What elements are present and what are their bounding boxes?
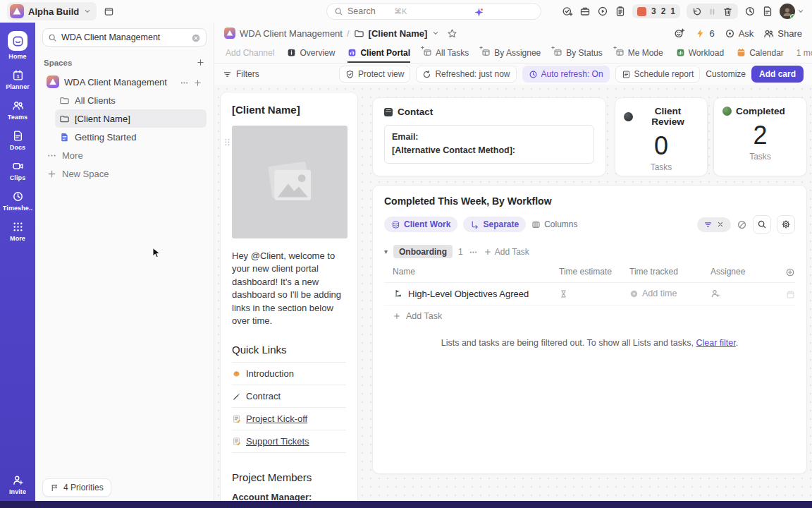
rail-item-clips[interactable]: Clips — [1, 157, 34, 184]
add-card-button[interactable]: Add card — [751, 66, 804, 83]
chevron-down-icon[interactable] — [431, 29, 440, 37]
column-name[interactable]: Name — [384, 267, 559, 277]
group-options-icon[interactable] — [469, 246, 478, 257]
due-date-cell[interactable] — [774, 289, 795, 299]
favorite-star-icon[interactable] — [447, 28, 457, 39]
rail-item-invite[interactable]: Invite — [1, 471, 34, 498]
filters-button[interactable]: Filters — [223, 69, 259, 79]
ai-sparkle-icon[interactable] — [474, 6, 484, 18]
add-task-row[interactable]: Add Task — [384, 306, 795, 327]
global-search[interactable]: ⌘K — [326, 3, 541, 20]
sidebar-more[interactable]: More — [42, 146, 207, 164]
rail-item-timesheets[interactable]: Timeshe.. — [1, 188, 34, 214]
columns-button[interactable]: Columns — [531, 219, 577, 229]
tab-all-tasks[interactable]: All Tasks — [423, 44, 469, 63]
time-tracked-cell[interactable]: Add time — [629, 289, 710, 298]
rail-item-more[interactable]: More — [1, 218, 34, 245]
window-button[interactable] — [104, 6, 114, 17]
show-closed-icon[interactable] — [737, 219, 747, 230]
sidebar-search-input[interactable] — [61, 32, 187, 42]
timer-stop-icon[interactable] — [637, 7, 646, 16]
inbox-button[interactable] — [579, 6, 591, 18]
tab-by-assignee[interactable]: By Assignee — [481, 44, 541, 63]
tab-client-portal[interactable]: Client Portal — [347, 44, 410, 63]
undo-button[interactable] — [691, 6, 702, 17]
list-search-button[interactable] — [753, 215, 771, 234]
customize-button[interactable]: Customize — [706, 69, 746, 79]
sidebar-item-getting-started[interactable]: Getting Started — [55, 128, 207, 146]
ask-button[interactable]: Ask — [725, 28, 754, 39]
account-menu[interactable] — [780, 4, 805, 19]
clear-search-icon[interactable] — [191, 32, 201, 43]
group-name-badge[interactable]: Onboarding — [393, 245, 453, 258]
protect-view-button[interactable]: Protect view — [339, 66, 410, 83]
workspace-switcher[interactable]: Alpha Build — [7, 2, 97, 20]
group-by-pill[interactable]: Client Work — [384, 217, 457, 232]
clipboard-button[interactable] — [615, 6, 626, 18]
new-task-button[interactable] — [562, 6, 573, 18]
tab-overview[interactable]: Overview — [287, 44, 335, 63]
refreshed-status[interactable]: Refreshed: just now — [416, 66, 516, 83]
tab-me-mode[interactable]: Me Mode — [615, 44, 663, 63]
auto-refresh-toggle[interactable]: Auto refresh: On — [522, 66, 610, 83]
pause-button[interactable] — [707, 6, 718, 17]
add-column-icon[interactable] — [774, 267, 795, 277]
tab-workload[interactable]: Workload — [676, 44, 724, 63]
breadcrumb: WDA Client Management / [Client Name] 6 … — [214, 23, 812, 44]
time-estimate-cell[interactable] — [559, 289, 629, 298]
task-name[interactable]: High-Level Objectives Agreed — [408, 289, 529, 299]
sidebar-new-space[interactable]: New Space — [42, 164, 207, 183]
sidebar-space-wda[interactable]: WDA Client Management — [42, 73, 207, 91]
subtasks-pill[interactable]: Separate — [463, 217, 526, 232]
dashboard-toolbar: Filters Protect view Refreshed: just now… — [214, 64, 812, 85]
trash-button[interactable] — [722, 6, 733, 17]
task-status-icon[interactable] — [393, 289, 402, 298]
column-time-tracked[interactable]: Time tracked — [629, 267, 710, 277]
share-button[interactable]: Share — [763, 28, 802, 39]
collapse-chevron-icon[interactable]: ▾ — [384, 248, 388, 255]
drag-handle-icon[interactable] — [223, 136, 232, 147]
rail-item-home[interactable]: Home — [1, 28, 34, 63]
remove-filter-icon[interactable] — [716, 220, 725, 229]
column-assignee[interactable]: Assignee — [710, 267, 774, 277]
tab-more-views[interactable]: 1 more... — [796, 44, 812, 63]
rail-item-planner[interactable]: Planner — [1, 66, 34, 93]
assignee-cell[interactable] — [710, 289, 774, 298]
breadcrumb-space[interactable]: WDA Client Management — [240, 28, 343, 39]
rail-item-docs[interactable]: Docs — [1, 127, 34, 154]
group-add-task-button[interactable]: Add Task — [484, 247, 529, 257]
space-add-icon[interactable] — [193, 77, 202, 87]
quick-link-project-kickoff[interactable]: Project Kick-off — [232, 408, 346, 430]
history-button[interactable] — [744, 6, 756, 18]
quick-link-contract[interactable]: Contract — [232, 385, 346, 408]
plus-icon — [47, 169, 57, 179]
record-button[interactable] — [597, 6, 608, 18]
column-time-estimate[interactable]: Time estimate — [559, 267, 629, 277]
quick-link-introduction[interactable]: Introduction — [232, 363, 346, 385]
tab-add-channel[interactable]: Add Channel — [226, 44, 274, 63]
breadcrumb-current[interactable]: [Client Name] — [369, 28, 428, 39]
sidebar-item-all-clients[interactable]: All Clients — [55, 91, 207, 109]
tab-calendar[interactable]: Calendar — [737, 44, 784, 63]
timer-count-2: 2 — [661, 6, 666, 16]
clear-filter-link[interactable]: Clear filter — [696, 338, 736, 348]
timer-widget[interactable]: 3 2 1 — [632, 4, 680, 18]
priorities-button[interactable]: 4 Priorities — [42, 478, 111, 497]
home-icon — [8, 31, 27, 51]
tab-by-status[interactable]: By Status — [553, 44, 602, 63]
global-search-input[interactable] — [347, 6, 390, 16]
schedule-report-button[interactable]: Schedule report — [615, 66, 701, 83]
notes-button[interactable] — [762, 6, 773, 18]
avatar[interactable] — [780, 4, 795, 19]
reaction-button[interactable] — [674, 28, 685, 39]
space-options-icon[interactable] — [180, 77, 189, 87]
active-filter-chip[interactable] — [697, 217, 731, 232]
list-settings-button[interactable] — [777, 215, 795, 234]
sidebar-search[interactable] — [42, 28, 207, 47]
boost-button[interactable]: 6 — [695, 28, 714, 39]
task-row[interactable]: High-Level Objectives Agreed Add time — [384, 283, 795, 306]
add-space-icon[interactable] — [196, 58, 205, 67]
sidebar-item-client-name[interactable]: [Client Name] — [55, 109, 207, 128]
quick-link-support-tickets[interactable]: Support Tickets — [232, 430, 346, 453]
rail-item-teams[interactable]: Teams — [1, 97, 34, 123]
